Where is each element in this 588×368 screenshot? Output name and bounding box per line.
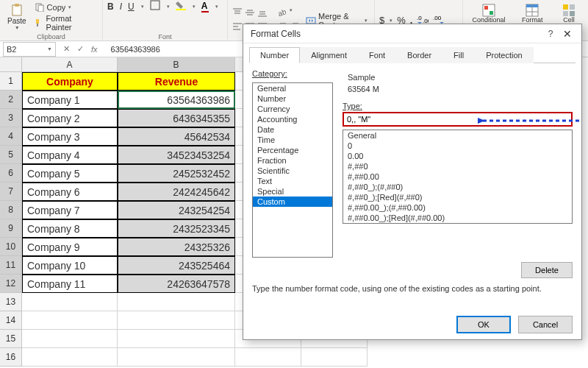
row-header[interactable]: 8 — [0, 201, 22, 219]
row-header[interactable]: 3 — [0, 109, 22, 127]
ok-button[interactable]: OK — [456, 316, 511, 333]
tab-protection[interactable]: Protection — [475, 47, 534, 63]
category-item[interactable]: Accounting — [253, 114, 332, 124]
type-input[interactable] — [343, 112, 573, 127]
cell[interactable]: 6436345355 — [118, 109, 235, 127]
format-painter-button[interactable]: Format Painter — [32, 13, 98, 32]
select-all-triangle[interactable] — [0, 57, 22, 72]
bold-button[interactable]: B — [107, 1, 114, 12]
row-header[interactable]: 14 — [0, 311, 22, 330]
category-item[interactable]: Scientific — [253, 166, 332, 176]
type-item[interactable]: 0 — [343, 141, 572, 151]
type-item[interactable]: #,##0 — [343, 161, 572, 171]
type-item[interactable]: General — [343, 130, 572, 141]
tab-alignment[interactable]: Alignment — [300, 47, 358, 63]
align-left-icon[interactable] — [232, 21, 243, 34]
category-item[interactable]: Text — [253, 176, 332, 186]
font-color-button[interactable]: A — [201, 1, 209, 13]
help-icon[interactable]: ? — [543, 29, 558, 39]
dialog-titlebar[interactable]: Format Cells ? ✕ — [243, 24, 581, 43]
row-header[interactable]: 2 — [0, 91, 22, 109]
type-item[interactable]: #,##0.00_);(#,##0.00) — [343, 202, 572, 213]
row-header[interactable]: 13 — [0, 293, 22, 311]
italic-button[interactable]: I — [120, 1, 122, 12]
tab-fill[interactable]: Fill — [442, 47, 475, 63]
category-item[interactable]: Fraction — [253, 155, 332, 166]
orientation-icon[interactable]: ab — [276, 7, 287, 20]
cell[interactable]: 24263647578 — [118, 275, 235, 293]
fx-icon[interactable]: fx — [91, 45, 98, 54]
cell[interactable]: 45642534 — [118, 127, 235, 146]
align-bottom-icon[interactable] — [257, 7, 268, 20]
cancel-formula-icon[interactable]: ✕ — [63, 44, 70, 54]
category-item[interactable]: Special — [253, 186, 332, 197]
category-item[interactable]: Currency — [253, 104, 332, 114]
cell[interactable]: 2432523345 — [118, 219, 235, 238]
delete-button[interactable]: Delete — [521, 262, 573, 278]
tab-number[interactable]: Number — [249, 47, 300, 63]
cell[interactable]: Company 3 — [22, 127, 118, 146]
row-header[interactable]: 15 — [0, 330, 22, 348]
enter-formula-icon[interactable]: ✓ — [77, 44, 84, 54]
cell[interactable]: 2424245642 — [118, 183, 235, 201]
cell[interactable]: Company 10 — [22, 256, 118, 275]
cell[interactable]: Company 9 — [22, 238, 118, 256]
tab-font[interactable]: Font — [358, 47, 396, 63]
cell[interactable]: Company 1 — [22, 91, 118, 109]
type-item[interactable]: #,##0_);[Red](#,##0) — [343, 192, 572, 202]
row-header[interactable]: 16 — [0, 348, 22, 367]
category-list[interactable]: GeneralNumberCurrencyAccountingDateTimeP… — [252, 82, 333, 258]
col-header-B[interactable]: B — [118, 57, 235, 72]
col-header-A[interactable]: A — [22, 57, 118, 72]
cell[interactable] — [22, 330, 118, 348]
cell[interactable]: Company 6 — [22, 183, 118, 201]
row-header[interactable]: 5 — [0, 146, 22, 164]
cell[interactable]: Company 7 — [22, 201, 118, 219]
category-item[interactable]: Custom — [253, 197, 332, 207]
cell[interactable]: Company 8 — [22, 219, 118, 238]
cell[interactable]: Company 11 — [22, 275, 118, 293]
cancel-button[interactable]: Cancel — [518, 316, 573, 333]
cell[interactable] — [118, 330, 235, 348]
type-list[interactable]: General00.00#,##0#,##0.00#,##0_);(#,##0)… — [343, 130, 573, 224]
type-item[interactable]: #,##0.00_);[Red](#,##0.00) — [343, 213, 572, 223]
cell[interactable]: 63564363986 — [118, 91, 235, 109]
close-icon[interactable]: ✕ — [558, 28, 577, 40]
copy-button[interactable]: Copy ▾ — [32, 1, 98, 13]
cell[interactable]: 243525464 — [118, 256, 235, 275]
cell[interactable] — [118, 348, 235, 367]
type-item[interactable]: #,##0.00 — [343, 171, 572, 182]
cell[interactable] — [301, 348, 368, 367]
row-header[interactable]: 6 — [0, 164, 22, 183]
tab-border[interactable]: Border — [396, 47, 442, 63]
cell[interactable]: Company 5 — [22, 164, 118, 183]
category-item[interactable]: Date — [253, 124, 332, 135]
cell[interactable] — [118, 311, 235, 330]
align-top-icon[interactable] — [232, 7, 243, 20]
cell[interactable]: 34523453254 — [118, 146, 235, 164]
name-box[interactable]: B2 ▼ — [3, 42, 56, 57]
cell[interactable]: 24325326 — [118, 238, 235, 256]
row-header[interactable]: 4 — [0, 127, 22, 146]
type-item[interactable]: 0.00 — [343, 151, 572, 161]
border-button[interactable] — [150, 0, 160, 13]
cell[interactable] — [22, 348, 118, 367]
cell[interactable]: 243254254 — [118, 201, 235, 219]
cell[interactable]: Company 4 — [22, 146, 118, 164]
category-item[interactable]: Time — [253, 135, 332, 145]
row-header[interactable]: 9 — [0, 219, 22, 238]
row-header[interactable]: 11 — [0, 256, 22, 275]
row-header[interactable]: 10 — [0, 238, 22, 256]
cell[interactable] — [22, 293, 118, 311]
cell[interactable]: Revenue — [118, 72, 235, 91]
type-item[interactable]: #,##0_);(#,##0) — [343, 182, 572, 192]
cell[interactable] — [22, 311, 118, 330]
align-middle-icon[interactable] — [245, 7, 255, 20]
paste-button[interactable]: Paste ▼ — [4, 2, 29, 32]
type-item[interactable]: $#,##0_);($#,##0) — [343, 223, 572, 224]
category-item[interactable]: General — [253, 83, 332, 93]
cell[interactable]: Company — [22, 72, 118, 91]
row-header[interactable]: 1 — [0, 72, 22, 91]
cell[interactable]: 2452532452 — [118, 164, 235, 183]
underline-button[interactable]: U — [128, 1, 135, 12]
